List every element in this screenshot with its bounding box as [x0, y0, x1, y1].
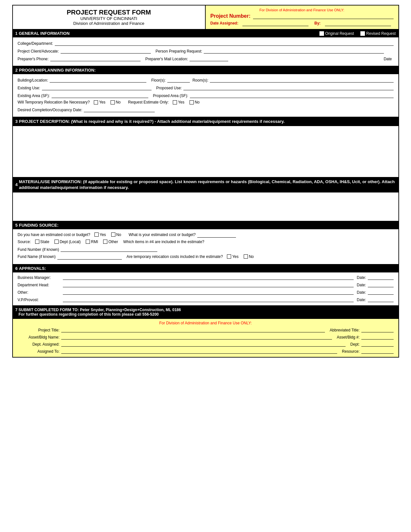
section5-title: FUNDING SOURCE: — [19, 223, 59, 228]
source-other-label: Other — [108, 240, 118, 244]
proposed-use-field[interactable] — [183, 84, 394, 90]
source-state-checkbox[interactable] — [35, 240, 39, 244]
vp-provost-label: V.P/Provost: — [18, 298, 63, 302]
which-items-label: Which items in #4 are included in the es… — [123, 240, 204, 244]
footer-asset-bldg-num-field[interactable] — [361, 334, 394, 340]
temp-reloc-costs-no-group[interactable]: No — [244, 254, 254, 259]
project-number-field[interactable] — [253, 13, 394, 19]
revised-request-checkbox[interactable] — [360, 31, 365, 36]
preparers-mail-field[interactable] — [190, 55, 228, 61]
form-header-right: For Division of Administration and Finan… — [206, 5, 398, 29]
footer-resource-label: Resource: — [342, 349, 360, 354]
temp-relocation-no-checkbox[interactable] — [111, 100, 115, 104]
section7-line1: SUBMIT COMPLETED FORM TO: Peter Snyder, … — [19, 308, 181, 312]
section2-body: Building/Location: Floor(s): Room(s): Ex… — [13, 74, 398, 117]
revised-request-label: Revised Request — [366, 31, 396, 36]
floors-label: Floor(s): — [151, 78, 166, 83]
business-manager-date-field[interactable] — [368, 274, 394, 280]
fund-name-field[interactable] — [57, 254, 122, 260]
department-head-field[interactable] — [63, 281, 354, 287]
department-head-date-field[interactable] — [368, 281, 394, 287]
section1-number: 1 — [15, 31, 18, 36]
vp-provost-date-field[interactable] — [368, 296, 394, 302]
request-estimate-no-group[interactable]: No — [190, 100, 200, 104]
temp-reloc-costs-yes-group[interactable]: Yes — [227, 254, 239, 259]
estimated-cost-no-label: No — [116, 232, 121, 237]
temp-reloc-costs-yes-checkbox[interactable] — [227, 254, 231, 259]
source-other-group[interactable]: Other — [103, 240, 118, 244]
division-name: Division of Administration and Finance — [18, 21, 200, 26]
request-estimate-yes-checkbox[interactable] — [173, 100, 177, 104]
original-request-checkbox[interactable] — [319, 31, 324, 36]
footer-dept-field[interactable] — [361, 341, 394, 347]
request-estimate-yes-group[interactable]: Yes — [173, 100, 184, 104]
existing-use-label: Existing Use: — [18, 86, 40, 90]
footer-project-title-label: Project Title: — [18, 328, 60, 332]
college-dept-field[interactable] — [55, 40, 394, 46]
estimated-cost-field[interactable] — [197, 232, 236, 238]
section4-content[interactable] — [13, 192, 398, 222]
estimated-cost-yes-group[interactable]: Yes — [94, 232, 106, 237]
by-field[interactable] — [325, 20, 391, 26]
section3-content[interactable] — [13, 126, 398, 178]
section4-header: 4 MATERIAL/USE INFORMATION: (If applicab… — [13, 178, 398, 192]
request-estimate-no-checkbox[interactable] — [190, 100, 194, 104]
building-location-field[interactable] — [50, 77, 146, 83]
revised-request-group[interactable]: Revised Request — [360, 31, 396, 36]
footer-resource-field[interactable] — [361, 348, 394, 354]
preparers-phone-field[interactable] — [50, 55, 141, 61]
source-state-group[interactable]: State — [35, 240, 49, 244]
temp-relocation-costs-label: Are temporary relocation costs included … — [127, 254, 223, 259]
section2-header: 2 PROGRAM/PLANNING INFORMATION: — [13, 66, 398, 74]
other-date-field[interactable] — [368, 289, 394, 295]
section5-header: 5 FUNDING SOURCE: — [13, 222, 398, 229]
source-rmi-checkbox[interactable] — [86, 240, 90, 244]
business-manager-field[interactable] — [63, 274, 354, 280]
other-field[interactable] — [63, 289, 354, 295]
section5-number: 5 — [15, 223, 18, 228]
footer-asset-bldg-name-field[interactable] — [61, 334, 332, 340]
original-request-group[interactable]: Original Request — [319, 31, 354, 36]
temp-relocation-yes-checkbox[interactable] — [94, 100, 98, 104]
source-dept-local-checkbox[interactable] — [54, 240, 59, 244]
section5-body: Do you have an estimated cost or budget?… — [13, 229, 398, 264]
estimated-cost-yes-label: Yes — [100, 232, 106, 237]
footer-assigned-to-field[interactable] — [61, 348, 337, 354]
section4-title: MATERIAL/USE INFORMATION: (If applicable… — [19, 179, 396, 191]
rooms-field[interactable] — [210, 77, 393, 83]
business-manager-date-label: Date: — [357, 275, 366, 280]
vp-provost-field[interactable] — [63, 296, 354, 302]
footer-project-title-field[interactable] — [61, 327, 325, 332]
person-preparing-field[interactable] — [204, 48, 384, 54]
footer-yellow: For Division of Administration and Finan… — [13, 318, 398, 357]
section6-header: 6 APPROVALS: — [13, 264, 398, 272]
date-assigned-label: Date Assigned: — [210, 21, 239, 25]
temp-reloc-costs-no-label: No — [249, 254, 254, 259]
desired-completion-field[interactable] — [84, 106, 155, 112]
section7-number: 7 — [15, 308, 18, 312]
temp-relocation-no-group[interactable]: No — [111, 100, 121, 104]
section1-header: 1 GENERAL INFORMATION Original Request R… — [13, 30, 398, 37]
footer-dept-assigned-field[interactable] — [61, 341, 346, 347]
person-preparing-label: Person Preparing Request: — [156, 49, 202, 54]
date-assigned-field[interactable] — [242, 20, 308, 26]
footer-abbreviated-title-field[interactable] — [361, 327, 394, 332]
project-client-field[interactable] — [61, 48, 151, 54]
existing-area-field[interactable] — [52, 92, 148, 98]
source-dept-local-group[interactable]: Dept (Local) — [54, 240, 81, 244]
temp-relocation-yes-group[interactable]: Yes — [94, 100, 105, 104]
proposed-area-field[interactable] — [190, 92, 394, 98]
existing-use-field[interactable] — [42, 84, 152, 90]
estimated-cost-no-checkbox[interactable] — [111, 232, 115, 237]
source-rmi-group[interactable]: RMI — [86, 240, 98, 244]
floors-field[interactable] — [167, 77, 190, 83]
temp-reloc-costs-no-checkbox[interactable] — [244, 254, 248, 259]
estimated-cost-no-group[interactable]: No — [111, 232, 121, 237]
estimated-cost-yes-checkbox[interactable] — [94, 232, 99, 237]
preparers-mail-label: Preparer's Mail Location: — [145, 57, 188, 61]
fund-number-field[interactable] — [61, 246, 157, 252]
section6-body: Business Manager: Date: Department Head:… — [13, 272, 398, 305]
source-other-checkbox[interactable] — [103, 240, 107, 244]
section2-title: PROGRAM/PLANNING INFORMATION: — [19, 68, 96, 73]
estimated-cost-label: Do you have an estimated cost or budget? — [18, 232, 90, 237]
